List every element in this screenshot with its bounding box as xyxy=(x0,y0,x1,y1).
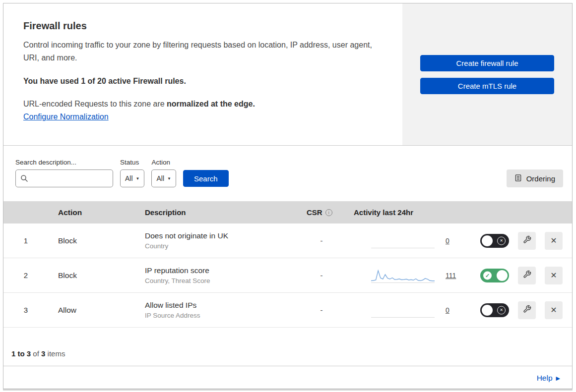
rule-activity-cell: 0 xyxy=(346,303,480,318)
rule-csr-value: - xyxy=(297,306,346,314)
ordering-button[interactable]: Ordering xyxy=(507,169,563,187)
rule-csr-value: - xyxy=(297,271,346,280)
rule-action: Block xyxy=(48,271,135,280)
search-icon xyxy=(20,174,28,184)
delete-rule-button[interactable]: ✕ xyxy=(545,232,563,250)
close-icon: ✕ xyxy=(550,236,557,245)
activity-sparkline xyxy=(371,268,435,283)
csr-header-label: CSR xyxy=(307,208,322,217)
normalization-note: URL-encoded Requests to this zone are no… xyxy=(23,100,383,109)
page-title: Firewall rules xyxy=(23,20,383,32)
activity-count-link[interactable]: 0 xyxy=(446,306,449,314)
chevron-right-icon: ▶ xyxy=(556,375,560,382)
create-firewall-rule-button[interactable]: Create firewall rule xyxy=(420,55,554,71)
table-row: 1 Block Does not originate in UK Country… xyxy=(3,224,572,258)
rule-description: Allow listed IPs xyxy=(145,301,297,310)
csr-column-header: CSR i xyxy=(297,208,346,217)
chevron-down-icon: ▼ xyxy=(167,176,171,181)
rule-controls: ✕ xyxy=(480,232,573,250)
rule-description: Does not originate in UK xyxy=(145,231,297,240)
rule-csr-value: - xyxy=(297,236,346,245)
rule-action: Allow xyxy=(48,306,135,315)
status-filter-group: Status All ▼ xyxy=(120,159,144,187)
rule-priority: 1 xyxy=(3,236,48,245)
activity-sparkline xyxy=(371,303,435,318)
items-word: items xyxy=(45,349,65,358)
usage-note: You have used 1 of 20 active Firewall ru… xyxy=(23,77,383,86)
sparkline-chart xyxy=(371,268,435,283)
rule-activity-cell: 111 xyxy=(346,268,480,283)
table-header-row: Action Description CSR i Activity last 2… xyxy=(3,201,572,224)
rule-description: IP reputation score xyxy=(145,266,297,275)
search-box xyxy=(15,169,113,187)
rule-activity-cell: 0 xyxy=(346,233,480,248)
rule-action: Block xyxy=(48,236,135,245)
status-label: Status xyxy=(120,159,144,166)
rule-enabled-toggle[interactable] xyxy=(480,303,509,317)
table-row: 3 Allow Allow listed IPs IP Source Addre… xyxy=(3,293,572,328)
rule-criteria: IP Source Address xyxy=(145,312,297,319)
search-label: Search description... xyxy=(15,159,113,166)
ordering-label: Ordering xyxy=(526,174,555,183)
header-content: Firewall rules Control incoming traffic … xyxy=(3,3,402,145)
edit-rule-button[interactable] xyxy=(518,267,536,284)
rule-priority: 3 xyxy=(3,306,48,314)
status-filter-select[interactable]: All ▼ xyxy=(120,169,144,187)
rule-criteria: Country, Threat Score xyxy=(145,277,297,284)
wrench-icon xyxy=(523,305,531,315)
status-filter-value: All xyxy=(125,174,133,182)
description-column-header: Description xyxy=(135,208,297,217)
search-button[interactable]: Search xyxy=(183,170,229,187)
activity-count-link[interactable]: 0 xyxy=(446,237,449,245)
chevron-down-icon: ▼ xyxy=(136,176,140,181)
info-icon[interactable]: i xyxy=(325,209,332,216)
filter-bar: Search description... Status All ▼ Actio… xyxy=(3,146,572,201)
rule-description-cell: Does not originate in UK Country xyxy=(135,231,297,250)
edit-rule-button[interactable] xyxy=(518,232,536,250)
rule-controls: ✕ xyxy=(480,301,573,319)
table-row: 2 Block IP reputation score Country, Thr… xyxy=(3,258,572,293)
rule-description-cell: IP reputation score Country, Threat Scor… xyxy=(135,266,297,284)
items-range: 1 to 3 xyxy=(11,349,31,358)
rule-enabled-toggle[interactable] xyxy=(480,269,509,282)
rule-description-cell: Allow listed IPs IP Source Address xyxy=(135,301,297,319)
help-link[interactable]: Help ▶ xyxy=(537,374,560,383)
rule-enabled-toggle[interactable] xyxy=(480,234,509,248)
wrench-icon xyxy=(523,270,531,280)
table-footer: 1 to 3 of 3 items xyxy=(3,328,572,366)
activity-column-header: Activity last 24hr xyxy=(346,208,480,217)
action-filter-value: All xyxy=(156,174,164,182)
rule-controls: ✕ xyxy=(480,267,573,284)
action-label: Action xyxy=(151,159,176,166)
edit-rule-button[interactable] xyxy=(518,301,536,319)
activity-count-link[interactable]: 111 xyxy=(446,272,456,280)
search-input[interactable] xyxy=(15,169,113,187)
ordering-icon xyxy=(514,174,522,183)
firewall-rules-page: Firewall rules Control incoming traffic … xyxy=(3,3,573,389)
help-label: Help xyxy=(537,374,553,383)
action-filter-group: Action All ▼ xyxy=(151,159,176,187)
delete-rule-button[interactable]: ✕ xyxy=(545,301,563,319)
create-mtls-rule-button[interactable]: Create mTLS rule xyxy=(420,78,554,94)
of-word: of xyxy=(31,349,41,358)
rules-table: Action Description CSR i Activity last 2… xyxy=(3,201,572,328)
rule-criteria: Country xyxy=(145,242,297,250)
actions-panel: Create firewall rule Create mTLS rule xyxy=(402,3,572,145)
action-column-header: Action xyxy=(48,208,135,217)
help-bar: Help ▶ xyxy=(3,366,572,389)
activity-sparkline xyxy=(371,233,435,248)
normalization-bold: normalized at the edge. xyxy=(167,100,255,108)
page-description: Control incoming traffic to your zone by… xyxy=(23,39,383,64)
close-icon: ✕ xyxy=(550,305,557,315)
search-group: Search description... xyxy=(15,159,113,187)
delete-rule-button[interactable]: ✕ xyxy=(545,267,563,284)
normalization-text: URL-encoded Requests to this zone are xyxy=(23,100,167,108)
wrench-icon xyxy=(523,235,531,246)
rule-priority: 2 xyxy=(3,271,48,280)
configure-normalization-link[interactable]: Configure Normalization xyxy=(23,112,109,121)
close-icon: ✕ xyxy=(550,271,557,280)
action-filter-select[interactable]: All ▼ xyxy=(151,169,176,187)
header-section: Firewall rules Control incoming traffic … xyxy=(3,3,572,146)
